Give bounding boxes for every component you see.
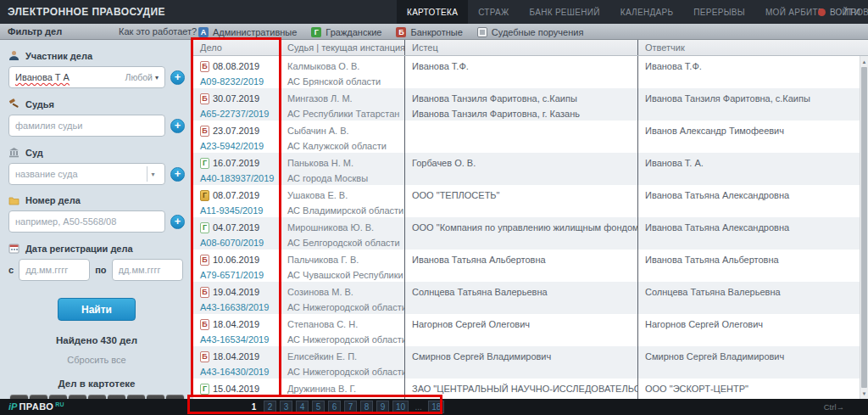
add-court-button[interactable]: +	[170, 167, 185, 182]
pagination-page[interactable]: 3	[280, 401, 292, 413]
top-nav-item[interactable]: СТРАЖ	[468, 0, 519, 24]
table-row[interactable]: Б18.04.2019А43-16430/2019Елисейкин Е. П.…	[193, 346, 868, 379]
top-nav-item[interactable]: ПЕРЕРЫВЫ	[683, 0, 755, 24]
case-type-tab[interactable]: Судебные поручения	[477, 27, 584, 37]
person-icon	[8, 50, 19, 61]
date-from-input[interactable]	[19, 259, 90, 281]
case-type-icon: Б	[200, 287, 209, 298]
add-case-number-button[interactable]: +	[170, 215, 185, 229]
counter-label: Дел в картотеке	[0, 379, 193, 389]
judge-name: Мирошникова Ю. В.	[287, 222, 398, 233]
plaintiff-name: Смирнов Сергей Владимирович	[412, 351, 631, 362]
table-row[interactable]: Б30.07.2019А65-22737/2019Мингазов Л. М.А…	[193, 88, 868, 121]
find-button[interactable]: Найти	[58, 298, 136, 321]
defendant-name: Нагорнов Сергей Олегович	[645, 318, 861, 330]
participant-input[interactable]: Иванова Т А Любой ▾	[8, 66, 165, 88]
case-date-line: Г15.04.2019	[200, 383, 274, 395]
add-judge-button[interactable]: +	[170, 119, 185, 133]
case-number-link[interactable]: А08-6070/2019	[200, 237, 264, 249]
top-nav-item[interactable]: БАНК РЕШЕНИЙ	[520, 0, 610, 24]
table-row[interactable]: Г16.07.2019А40-183937/2019Панькова Н. М.…	[193, 153, 868, 185]
add-participant-button[interactable]: +	[170, 70, 185, 85]
pagination-page[interactable]: 2	[264, 401, 276, 413]
case-number-link[interactable]: А43-16430/2019	[200, 366, 269, 378]
case-type-tab[interactable]: ГГражданские	[311, 27, 381, 37]
table-row[interactable]: Г08.07.2019А11-9345/2019Ушакова Е. В.АС …	[193, 185, 868, 217]
judge-input[interactable]	[8, 115, 165, 137]
column-header-plaintiff[interactable]: Истец	[405, 40, 638, 55]
column-header-judge[interactable]: Судья | текущая инстанция	[281, 40, 405, 55]
filter-bar-title: Фильтр дел	[8, 26, 62, 36]
case-number-link[interactable]: А43-16534/2019	[200, 334, 269, 345]
vertical-scrollbar[interactable]: ▲ ▼	[860, 56, 868, 399]
date-to-input[interactable]	[112, 259, 183, 281]
participant-role-select[interactable]: Любой ▾	[125, 72, 159, 82]
pagination-page[interactable]: 4	[296, 401, 309, 413]
case-type-tab[interactable]: ББанкротные	[396, 27, 462, 37]
top-nav: КАРТОТЕКАСТРАЖБАНК РЕШЕНИЙКАЛЕНДАРЬПЕРЕР…	[397, 0, 868, 24]
case-cell: Б30.07.2019А65-22737/2019	[193, 88, 281, 121]
judge-name: Сыбачин А. В.	[287, 125, 398, 137]
chevron-down-icon: ▾	[155, 74, 159, 81]
case-type-icon: Г	[311, 27, 321, 37]
scrollbar-thumb[interactable]	[861, 67, 867, 388]
case-type-icon: Г	[200, 222, 209, 233]
table-row[interactable]: Б08.08.2019А09-8232/2019Калмыкова О. В.А…	[193, 56, 868, 88]
scroll-up-icon[interactable]: ▲	[860, 57, 868, 66]
table-row[interactable]: Б18.04.2019А43-16534/2019Степанова С. Н.…	[193, 314, 868, 346]
table-row[interactable]: Г15.04.2019А40-86349/2019Дружинина В. Г.…	[193, 379, 868, 399]
plaintiff-cell	[405, 121, 638, 153]
column-header-case[interactable]: Дело	[193, 40, 281, 55]
court-name: АС Калужской области	[287, 140, 398, 152]
table-row[interactable]: Б19.04.2019А43-16638/2019Созинова М. В.А…	[193, 282, 868, 314]
how-it-works-link[interactable]: Как это работает?	[119, 26, 197, 36]
case-number-link[interactable]: А79-6571/2019	[200, 269, 264, 281]
table-row[interactable]: Г04.07.2019А08-6070/2019Мирошникова Ю. В…	[193, 217, 868, 250]
case-number-link[interactable]: А23-5942/2019	[200, 140, 264, 152]
case-type-tab[interactable]: ААдминистративные	[198, 27, 297, 37]
case-type-icon: Б	[200, 93, 209, 104]
judge-cell: Дружинина В. Г.АС города Москвы	[281, 379, 405, 399]
court-name: АС Нижегородской области	[287, 301, 398, 313]
pagination-page[interactable]: 18	[428, 401, 444, 413]
table-body: Б08.08.2019А09-8232/2019Калмыкова О. В.А…	[193, 56, 868, 399]
pagination-page[interactable]: 8	[360, 401, 373, 413]
judge-cell: Калмыкова О. В.АС Брянской области	[281, 56, 405, 88]
case-number-link[interactable]: А11-9345/2019	[200, 205, 263, 216]
participant-field: Участник дела Иванова Т А Любой ▾ +	[8, 50, 185, 88]
judge-cell: Ушакова Е. В.АС Владимирской области	[281, 185, 405, 217]
case-type-icon: Б	[200, 61, 209, 72]
scroll-down-icon[interactable]: ▼	[860, 389, 868, 398]
login-dot-icon	[818, 8, 826, 16]
pagination-page[interactable]: 9	[376, 401, 389, 413]
reset-all-link[interactable]: Сбросить все	[0, 355, 193, 365]
plaintiff-cell: ЗАО "ЦЕНТРАЛЬНЫЙ НАУЧНО-ИССЛЕДОВАТЕЛЬСКИ…	[405, 379, 638, 399]
defendant-cell: Иванова Татьяна Альбертовна	[638, 250, 868, 282]
pravo-logo-text: ПРАВО	[19, 401, 53, 412]
pagination-page[interactable]: 5	[312, 401, 325, 413]
case-number-link[interactable]: А65-22737/2019	[200, 108, 269, 120]
login-button[interactable]: ВОЙТИ	[818, 0, 860, 24]
pagination-page[interactable]: 1	[248, 401, 260, 413]
defendant-cell: Смирнов Сергей Владимирович	[638, 346, 868, 379]
case-number-link[interactable]: А09-8232/2019	[200, 76, 264, 87]
pagination-page[interactable]: 7	[344, 401, 357, 413]
case-cell: Б08.08.2019А09-8232/2019	[193, 56, 281, 88]
case-number-link[interactable]: А43-16638/2019	[200, 301, 269, 313]
plaintiff-name: Иванова Танзиля Фаритовна, с.Каипы	[412, 93, 631, 104]
pravo-ru-logo[interactable]: iP ПРАВО RU	[8, 401, 64, 412]
table-row[interactable]: Б23.07.2019А23-5942/2019Сыбачин А. В.АС …	[193, 121, 868, 153]
court-dropdown-button[interactable]: ▾	[147, 166, 159, 182]
top-nav-item[interactable]: КАЛЕНДАРЬ	[610, 0, 684, 24]
top-nav-item[interactable]: КАРТОТЕКА	[397, 0, 468, 24]
pagination-page[interactable]: 6	[328, 401, 341, 413]
cases-table: Дело Судья | текущая инстанция Истец Отв…	[193, 40, 868, 399]
pagination-page[interactable]: 10	[392, 401, 409, 413]
court-label: Суд	[25, 148, 43, 158]
case-number-input[interactable]	[8, 210, 165, 233]
court-input[interactable]: название суда ▾	[8, 163, 165, 185]
column-header-defendant[interactable]: Ответчик	[638, 40, 868, 55]
case-date: 08.07.2019	[213, 189, 259, 201]
case-number-link[interactable]: А40-183937/2019	[200, 172, 274, 184]
table-row[interactable]: Б10.06.2019А79-6571/2019Пальчикова Г. В.…	[193, 250, 868, 282]
